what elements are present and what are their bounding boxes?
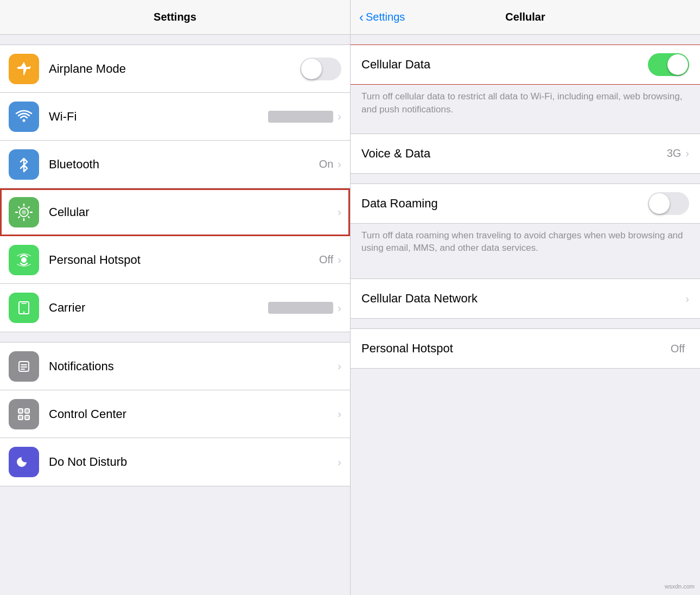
right-personal-hotspot-group: Personal Hotspot Off [351,328,700,369]
bluetooth-icon-bg [9,149,39,180]
back-label: Settings [366,11,405,23]
data-roaming-toggle[interactable] [648,192,689,215]
cellular-icon-bg [9,197,39,227]
control-center-chevron: › [338,408,341,420]
svg-rect-16 [18,415,23,420]
cellular-data-label: Cellular Data [361,58,648,72]
settings-group-1: Airplane Mode Wi-Fi › [0,45,350,332]
back-button[interactable]: ‹ Settings [359,10,405,25]
data-roaming-label: Data Roaming [361,197,648,211]
dnd-label: Do Not Disturb [49,455,338,469]
right-personal-hotspot-label: Personal Hotspot [361,341,671,356]
cellular-signal-icon [15,203,33,221]
bluetooth-icon [15,155,33,174]
airplane-icon-bg [9,54,39,84]
wifi-value [268,111,333,123]
right-header-title: Cellular [505,11,545,23]
right-personal-hotspot-value: Off [671,343,685,355]
phone-icon [15,299,33,317]
carrier-label: Carrier [49,301,268,315]
settings-row-carrier[interactable]: Carrier › [0,284,350,332]
cellular-data-group: Cellular Data [351,45,700,85]
back-chevron-icon: ‹ [359,10,364,25]
airplane-toggle[interactable] [300,58,341,80]
settings-row-dnd[interactable]: Do Not Disturb › [0,438,350,486]
right-row-personal-hotspot[interactable]: Personal Hotspot Off [351,329,700,368]
voice-data-label: Voice & Data [361,147,667,161]
svg-point-2 [22,210,26,214]
right-row-voice-data[interactable]: Voice & Data 3G › [351,134,700,173]
control-center-label: Control Center [49,407,338,421]
cellular-data-description: Turn off cellular data to restrict all d… [361,90,689,116]
settings-row-wifi[interactable]: Wi-Fi › [0,93,350,141]
settings-row-notifications[interactable]: Notifications › [0,343,350,390]
settings-row-cellular[interactable]: Cellular › [0,188,350,236]
bluetooth-value: On [319,158,334,170]
svg-point-7 [21,257,27,263]
settings-row-control-center[interactable]: Control Center › [0,390,350,438]
notifications-label: Notifications [49,359,338,374]
svg-point-8 [23,312,25,313]
cellular-data-network-chevron: › [685,293,689,305]
data-roaming-group: Data Roaming [351,183,700,224]
cellular-data-toggle[interactable] [648,53,689,76]
hotspot-icon [15,251,33,269]
cellular-data-toggle-knob [667,54,688,75]
notifications-chevron: › [338,360,341,372]
watermark: wsxdn.com [665,583,695,590]
right-panel: ‹ Settings Cellular Cellular Data Turn o… [350,0,700,595]
data-roaming-desc-block: Turn off data roaming when traveling to … [351,224,700,263]
right-row-cellular-data[interactable]: Cellular Data [351,45,700,84]
notifications-icon-bg [9,351,39,382]
hotspot-value: Off [319,254,333,266]
wifi-icon [15,107,33,126]
settings-row-bluetooth[interactable]: Bluetooth On › [0,141,350,188]
control-center-icon-bg [9,399,39,429]
hotspot-chevron: › [338,254,341,266]
settings-row-hotspot[interactable]: Personal Hotspot Off › [0,236,350,284]
airplane-toggle-knob [301,59,322,79]
control-center-icon [15,405,33,423]
airplane-icon [15,60,33,78]
cellular-data-desc-block: Turn off cellular data to restrict all d… [351,85,700,124]
right-row-cellular-data-network[interactable]: Cellular Data Network › [351,279,700,318]
right-content: Cellular Data Turn off cellular data to … [351,35,700,595]
airplane-label: Airplane Mode [49,62,300,76]
dnd-icon-bg [9,447,39,477]
left-panel: Settings Airplane Mode [0,0,350,595]
bluetooth-label: Bluetooth [49,157,319,172]
data-roaming-description: Turn off data roaming when traveling to … [361,229,689,255]
cellular-chevron: › [338,206,341,218]
cellular-label: Cellular [49,205,338,219]
left-header: Settings [0,0,350,35]
notifications-icon [15,357,33,376]
left-header-title: Settings [154,11,196,23]
voice-data-chevron: › [685,147,689,160]
data-roaming-toggle-knob [649,193,670,214]
wifi-icon-bg [9,102,39,132]
wifi-chevron: › [338,110,341,123]
voice-data-value: 3G [667,147,682,160]
dnd-chevron: › [338,456,341,469]
cellular-data-network-label: Cellular Data Network [361,292,685,306]
spacer [351,262,700,278]
right-row-data-roaming[interactable]: Data Roaming [351,184,700,223]
svg-point-0 [23,119,26,122]
cellular-data-network-group: Cellular Data Network › [351,278,700,319]
voice-data-group: Voice & Data 3G › [351,134,700,174]
svg-rect-17 [25,415,29,420]
hotspot-label: Personal Hotspot [49,253,319,267]
svg-rect-15 [25,409,29,413]
wifi-label: Wi-Fi [49,110,268,124]
bluetooth-chevron: › [338,158,341,170]
carrier-chevron: › [338,302,341,314]
carrier-icon-bg [9,293,39,323]
right-header: ‹ Settings Cellular [351,0,700,35]
settings-row-airplane[interactable]: Airplane Mode [0,45,350,93]
moon-icon [15,453,33,471]
carrier-value [268,302,333,314]
hotspot-icon-bg [9,245,39,275]
svg-rect-14 [18,409,23,413]
settings-group-2: Notifications › Control Center › [0,342,350,486]
